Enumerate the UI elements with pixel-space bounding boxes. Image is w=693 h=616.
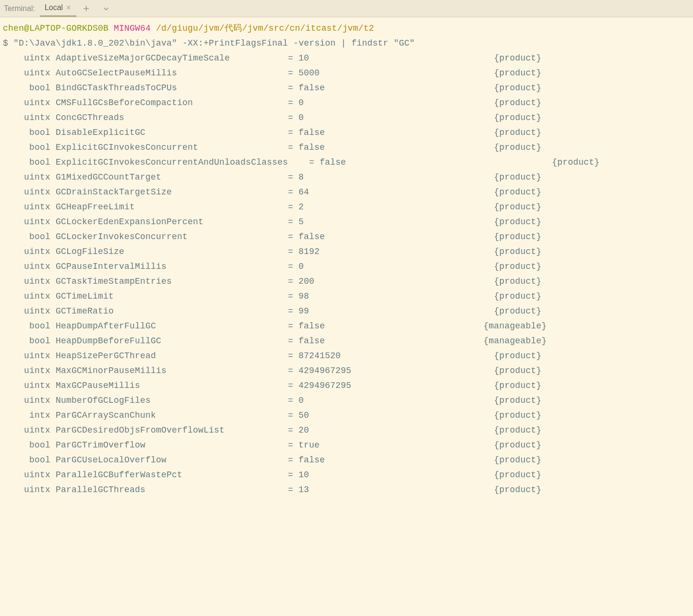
flag-row: uintx HeapSizePerGCThread = 87241520 {pr… [3,349,693,363]
flag-row: bool ExplicitGCInvokesConcurrentAndUnloa… [3,155,693,170]
flag-row: uintx GCTimeRatio = 99 {product} [3,304,693,319]
flag-row: uintx G1MixedGCCountTarget = 8 {product} [3,170,693,185]
flag-row: uintx GCTaskTimeStampEntries = 200 {prod… [3,274,693,289]
flag-row: bool BindGCTaskThreadsToCPUs = false {pr… [3,81,693,96]
flag-row: bool HeapDumpBeforeFullGC = false {manag… [3,334,693,349]
flag-row: uintx NumberOfGCLogFiles = 0 {product} [3,393,693,408]
flags-output: uintx AdaptiveSizeMajorGCDecayTimeScale … [3,51,693,497]
flag-row: bool GCLockerInvokesConcurrent = false {… [3,229,693,244]
flag-row: uintx GCLockerEdenExpansionPercent = 5 {… [3,215,693,229]
flag-row: bool DisableExplicitGC = false {product} [3,125,693,140]
flag-row: uintx ParGCDesiredObjsFromOverflowList =… [3,423,693,438]
prompt-dollar: $ [3,38,8,48]
add-tab-button[interactable]: + [76,2,96,15]
prompt-shell: MINGW64 [114,24,151,33]
terminal-tabbar: Terminal: Local ✕ + [0,0,693,17]
terminal-output[interactable]: chen@LAPTOP-GORKDS0B MINGW64 /d/giugu/jv… [0,17,693,497]
flag-row: uintx AutoGCSelectPauseMillis = 5000 {pr… [3,66,693,81]
flag-row: uintx AdaptiveSizeMajorGCDecayTimeScale … [3,51,693,66]
flag-row: uintx MaxGCPauseMillis = 4294967295 {pro… [3,378,693,393]
flag-row: uintx GCHeapFreeLimit = 2 {product} [3,200,693,215]
flag-row: uintx GCDrainStackTargetSize = 64 {produ… [3,185,693,200]
flag-row: uintx GCLogFileSize = 8192 {product} [3,244,693,259]
close-icon[interactable]: ✕ [66,4,72,12]
chevron-down-icon [103,5,109,12]
tab-dropdown-button[interactable] [96,5,116,12]
flag-row: uintx MaxGCMinorPauseMillis = 4294967295… [3,363,693,378]
flag-row: uintx ParallelGCBufferWastePct = 10 {pro… [3,468,693,483]
flag-row: uintx GCTimeLimit = 98 {product} [3,289,693,304]
terminal-label: Terminal: [0,4,40,13]
flag-row: bool ParGCTrimOverflow = true {product} [3,438,693,453]
flag-row: intx ParGCArrayScanChunk = 50 {product} [3,408,693,423]
flag-row: uintx ConcGCThreads = 0 {product} [3,110,693,125]
prompt-user-host: chen@LAPTOP-GORKDS0B [3,24,108,33]
terminal-tab-local[interactable]: Local ✕ [40,0,76,17]
prompt-command: "D:\Java\jdk1.8.0_202\bin\java" -XX:+Pri… [13,38,415,48]
flag-row: uintx GCPauseIntervalMillis = 0 {product… [3,259,693,274]
flag-row: bool ExplicitGCInvokesConcurrent = false… [3,140,693,155]
flag-row: uintx CMSFullGCsBeforeCompaction = 0 {pr… [3,96,693,110]
flag-row: uintx ParallelGCThreads = 13 {product} [3,483,693,497]
terminal-tab-label: Local [45,3,63,12]
flag-row: bool ParGCUseLocalOverflow = false {prod… [3,453,693,468]
flag-row: bool HeapDumpAfterFullGC = false {manage… [3,319,693,334]
prompt-path: /d/giugu/jvm/代码/jvm/src/cn/itcast/jvm/t2 [156,24,374,33]
